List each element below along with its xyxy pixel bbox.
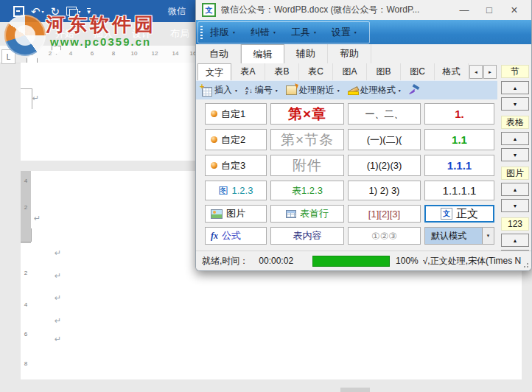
text-boundary-mark — [21, 88, 32, 89]
rail-up-icon[interactable]: ▲ — [501, 81, 529, 94]
bracket-num-style-button[interactable]: [1][2][3] — [348, 205, 421, 223]
button-label: 1) 2) 3) — [369, 185, 400, 196]
numbering-button[interactable]: AZ↓编号▼ — [243, 83, 281, 98]
chevron-down-icon: ▼ — [234, 88, 238, 93]
tab-sub-6[interactable]: 图C — [401, 63, 435, 80]
fx-icon: fx — [211, 231, 218, 242]
button-label: 自定2 — [221, 133, 245, 147]
tab-sub-7[interactable]: 格式 — [435, 63, 469, 80]
paren-right-style-button[interactable]: 1) 2) 3) — [348, 181, 421, 200]
menu-layout[interactable]: 排版▼ — [203, 24, 243, 41]
label-part: 1.2.3 — [232, 185, 253, 196]
process-nearby-button[interactable]: 处理附近▼ — [284, 83, 343, 98]
insert-button[interactable]: 插入▼ — [200, 83, 240, 98]
chapter-style-button[interactable]: 第×章 — [270, 103, 344, 125]
button-label: [1][2][3] — [368, 209, 400, 220]
table-number-button[interactable]: 表1.2.3 — [270, 181, 344, 200]
button-label: 1.1.1.1 — [443, 184, 477, 197]
watermark-url: www.pc0359.cn — [50, 35, 151, 48]
default-mode-dropdown[interactable]: 默认模式▼ — [424, 227, 494, 245]
button-label: 自定1 — [221, 108, 245, 121]
menu-label: 设置 — [332, 26, 351, 39]
wendoc-icon: 文 — [441, 208, 452, 220]
ruler-number: 4 — [21, 178, 31, 184]
tab-sub-3[interactable]: 表C — [299, 63, 333, 80]
ruler-number: 2 — [49, 50, 52, 57]
table-content-button[interactable]: 表内容 — [270, 227, 344, 245]
paren-num-style-button[interactable]: (1)(2)(3) — [348, 155, 421, 176]
chevron-down-icon: ▼ — [232, 30, 236, 35]
watermark-title: 河东软件园 — [46, 12, 156, 38]
num-level1-button[interactable]: 1. — [424, 103, 494, 125]
tab-top-3[interactable]: 帮助 — [328, 44, 371, 63]
tab-top-1[interactable]: 编辑 — [241, 44, 284, 63]
resize-grip[interactable] — [523, 262, 529, 268]
num-level2-button[interactable]: 1.1 — [424, 129, 494, 150]
chevron-down-icon: ▼ — [275, 88, 279, 93]
rail-down-icon[interactable]: ▼ — [501, 148, 529, 161]
rail-down-icon[interactable]: ▼ — [501, 199, 529, 212]
chevron-down-icon: ▼ — [337, 88, 340, 93]
paragraph-mark: ↵ — [55, 294, 61, 302]
menu-proofing[interactable]: 纠错▼ — [243, 24, 284, 41]
figure-number-button[interactable]: 图1.2.3 — [205, 181, 267, 200]
ribbon-tab-4[interactable]: 布局 — [161, 23, 199, 45]
status-time: 00:00:02 — [259, 256, 293, 266]
rail-up-icon[interactable]: ▲ — [501, 183, 529, 196]
button-label: 1.1 — [452, 133, 467, 146]
rail-up-icon[interactable]: ▲ — [501, 132, 529, 145]
section-style-button[interactable]: 第×节条 — [270, 129, 344, 150]
process-format-button[interactable]: 处理格式▼ — [346, 83, 404, 98]
wordpb-dialog: 文 微信公众号：WordPB.docx (微信公众号：WordP... — □ … — [195, 0, 532, 271]
picture-button[interactable]: 图片 — [205, 205, 267, 223]
table-header-row-button[interactable]: 表首行 — [270, 205, 344, 223]
tab-top-2[interactable]: 辅助 — [284, 44, 328, 63]
rail-up-icon[interactable]: ▲ — [501, 234, 529, 247]
chevron-down-icon: ▼ — [313, 30, 317, 35]
insert-table-icon — [202, 87, 212, 97]
chevron-down-icon: ▼ — [273, 30, 276, 35]
tool-label: 插入 — [214, 84, 232, 97]
minimize-button[interactable]: — — [452, 0, 477, 20]
tab-sub-0[interactable]: 文字 — [197, 63, 231, 80]
menu-settings[interactable]: 设置▼ — [324, 24, 365, 41]
menu-label: 纠错 — [251, 26, 270, 39]
chevron-down-icon[interactable]: ▼ — [482, 228, 494, 244]
dialog-titlebar[interactable]: 文 微信公众号：WordPB.docx (微信公众号：WordP... — □ … — [196, 0, 531, 20]
ruler-number: 2 — [21, 270, 31, 276]
format-painter-icon — [409, 85, 420, 96]
tab-sub-4[interactable]: 图A — [333, 63, 367, 80]
rail-group-0: 节▲▼ — [501, 65, 529, 113]
ruler-number: 8 — [112, 50, 115, 57]
num-level4-button[interactable]: 1.1.1.1 — [424, 181, 494, 200]
ruler-number: 6 — [21, 331, 31, 337]
custom-style-2-button[interactable]: 自定2 — [205, 129, 267, 150]
status-detail-text: √,正文处理,宋体(Times N — [423, 255, 521, 267]
close-button[interactable]: × — [502, 0, 527, 20]
formula-button[interactable]: fx公式 — [205, 227, 267, 245]
tab-sub-1[interactable]: 表A — [231, 63, 265, 80]
cn-list-style-button[interactable]: 一、二、 — [348, 103, 421, 125]
tab-scroll-right-icon[interactable]: ► — [483, 65, 497, 79]
format-painter-button[interactable] — [407, 84, 422, 97]
horizontal-scrollbar-thumb[interactable] — [340, 388, 370, 392]
circled-num-style-button[interactable]: ①②③ — [348, 227, 421, 245]
rail-down-icon[interactable]: ▼ — [501, 97, 529, 111]
ruler-number: 12 — [152, 50, 158, 57]
maximize-button[interactable]: □ — [477, 0, 502, 20]
custom-style-3-button[interactable]: 自定3 — [205, 155, 267, 176]
cn-paren-style-button[interactable]: (一)(二)( — [348, 129, 421, 150]
dialog-toolbar: 插入▼AZ↓编号▼处理附近▼处理格式▼ — [196, 80, 497, 99]
tab-scroll-left-icon[interactable]: ◄ — [469, 65, 483, 79]
tab-sub-5[interactable]: 图B — [367, 63, 401, 80]
custom-style-1-button[interactable]: 自定1 — [205, 103, 267, 125]
num-level3-button[interactable]: 1.1.1 — [424, 155, 494, 176]
body-text-button[interactable]: 文正文 — [424, 205, 494, 223]
menu-tools[interactable]: 工具▼ — [284, 24, 324, 41]
attachment-style-button[interactable]: 附件 — [270, 155, 344, 176]
wordpb-app-icon: 文 — [202, 3, 216, 17]
button-label: 1.1.1 — [447, 159, 472, 172]
tab-sub-2[interactable]: 表B — [265, 63, 299, 80]
tab-top-0[interactable]: 自动 — [197, 44, 241, 63]
rail-label-0: 节 — [501, 65, 529, 78]
